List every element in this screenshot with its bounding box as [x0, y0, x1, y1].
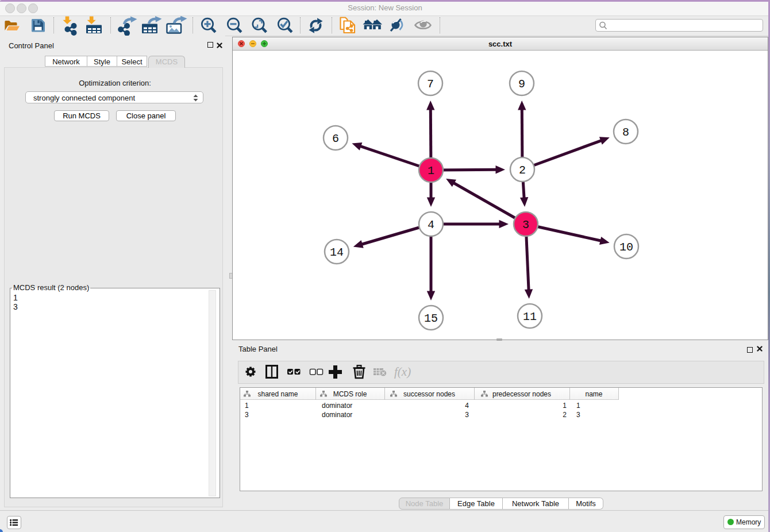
svg-text:f(x): f(x)	[394, 365, 411, 379]
svg-text:11: 11	[523, 310, 537, 323]
svg-text:15: 15	[424, 312, 438, 325]
svg-text:6: 6	[332, 132, 339, 145]
svg-text:9: 9	[518, 78, 525, 91]
svg-text:8: 8	[622, 126, 629, 139]
svg-text:10: 10	[619, 241, 633, 254]
svg-text:4: 4	[428, 218, 434, 232]
svg-text:14: 14	[330, 246, 344, 259]
svg-text:7: 7	[427, 78, 434, 91]
svg-text:2: 2	[519, 164, 526, 177]
svg-text:3: 3	[522, 218, 529, 232]
svg-text:1: 1	[428, 164, 434, 178]
